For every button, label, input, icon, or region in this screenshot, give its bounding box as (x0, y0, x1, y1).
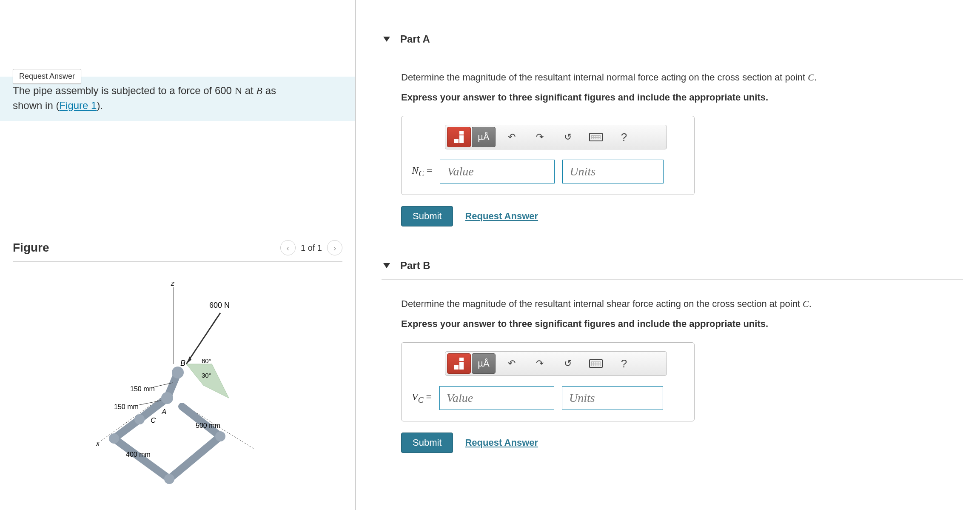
templates-icon[interactable] (447, 127, 471, 147)
dim-150a: 150 mm (130, 385, 155, 393)
part-a-equals: = (424, 165, 433, 176)
part-a-units-input[interactable] (562, 160, 664, 183)
keyboard-icon[interactable] (584, 353, 608, 374)
reset-icon[interactable]: ↺ (556, 353, 580, 374)
figure-svg: z x 600 N 60° 30° B (76, 279, 280, 500)
part-a-instruction: Express your answer to three significant… (401, 92, 963, 103)
figure-pager: ‹ 1 of 1 › (280, 240, 342, 255)
part-b-units-input[interactable] (562, 386, 663, 410)
part-b-instruction: Express your answer to three significant… (401, 318, 963, 329)
part-b-header[interactable]: Part B (382, 252, 963, 280)
units-picker-button[interactable]: µÅ (472, 127, 496, 147)
svg-line-10 (169, 436, 220, 479)
part-a-prompt-point: C (808, 72, 814, 83)
figure-link[interactable]: Figure 1 (59, 100, 97, 111)
problem-line-1b: at (242, 85, 256, 96)
axis-z-label: z (171, 280, 175, 287)
part-a-title: Part A (400, 33, 430, 45)
figure-section: Figure ‹ 1 of 1 › z x 600 N 60° (0, 240, 355, 500)
part-b-value-row: VC = (412, 386, 684, 410)
figure-prev-button[interactable]: ‹ (280, 240, 296, 255)
part-a-var-sub: C (419, 169, 424, 178)
problem-force-unit: N (235, 85, 242, 96)
part-a-var: N (412, 165, 419, 176)
help-icon[interactable]: ? (612, 127, 636, 147)
svg-point-13 (161, 392, 173, 404)
keyboard-icon[interactable] (584, 127, 608, 147)
svg-point-15 (109, 433, 119, 444)
figure-pager-text: 1 of 1 (301, 243, 322, 253)
part-b-prompt-pre: Determine the magnitude of the resultant… (401, 298, 803, 309)
problem-line-1a: The pipe assembly is subjected to a forc… (13, 85, 235, 96)
redo-icon[interactable]: ↷ (528, 127, 552, 147)
part-b-answer-block: µÅ ↶ ↷ ↺ ? VC = (401, 342, 695, 421)
dim-150b: 150 mm (114, 403, 139, 410)
svg-point-14 (134, 414, 145, 424)
part-a-value-input[interactable] (440, 160, 555, 183)
axis-x-label: x (96, 440, 100, 447)
problem-line-1c: as (262, 85, 276, 96)
part-a-header[interactable]: Part A (382, 26, 963, 53)
problem-line-2b: ). (97, 100, 103, 111)
redo-icon[interactable]: ↷ (528, 353, 552, 374)
undo-icon[interactable]: ↶ (500, 127, 524, 147)
problem-statement: Request Answer The pipe assembly is subj… (0, 77, 355, 121)
collapse-icon (383, 37, 390, 42)
svg-line-9 (114, 438, 169, 479)
left-pane: Request Answer The pipe assembly is subj… (0, 0, 355, 510)
part-b-value-input[interactable] (439, 386, 554, 410)
part-b-title: Part B (400, 260, 430, 272)
angle-60: 60° (202, 357, 211, 364)
figure-image: z x 600 N 60° 30° B (13, 279, 342, 500)
request-answer-button-top[interactable]: Request Answer (13, 69, 81, 84)
help-icon[interactable]: ? (612, 353, 636, 374)
collapse-icon (383, 263, 390, 268)
part-b: Part B Determine the magnitude of the re… (382, 252, 963, 453)
point-a: A (161, 408, 166, 416)
point-b: B (180, 359, 185, 367)
svg-point-12 (172, 367, 184, 378)
svg-line-11 (182, 407, 220, 436)
part-b-submit-button[interactable]: Submit (401, 433, 453, 453)
figure-next-button[interactable]: › (327, 240, 342, 255)
part-b-variable-label: VC = (412, 391, 432, 405)
part-b-prompt-point: C (803, 298, 809, 309)
problem-point-b: B (256, 85, 262, 96)
part-b-request-answer-link[interactable]: Request Answer (465, 437, 538, 448)
part-a-toolbar: µÅ ↶ ↷ ↺ ? (445, 125, 667, 149)
right-pane: Part A Determine the magnitude of the re… (356, 0, 980, 510)
templates-icon[interactable] (447, 353, 471, 374)
part-a-value-row: NC = (412, 160, 684, 183)
reset-icon[interactable]: ↺ (556, 127, 580, 147)
part-a-submit-button[interactable]: Submit (401, 206, 453, 226)
units-picker-button[interactable]: µÅ (472, 353, 496, 374)
problem-text: The pipe assembly is subjected to a forc… (13, 83, 342, 112)
part-b-var: V (412, 391, 418, 402)
svg-marker-5 (186, 364, 229, 398)
svg-line-3 (186, 313, 220, 364)
part-a-prompt-pre: Determine the magnitude of the resultant… (401, 72, 808, 83)
part-b-actions: Submit Request Answer (401, 433, 963, 453)
part-a-answer-block: µÅ ↶ ↷ ↺ ? NC = (401, 116, 695, 195)
angle-30: 30° (202, 372, 211, 379)
svg-point-16 (164, 474, 174, 484)
dim-400: 400 mm (126, 451, 151, 458)
dim-500: 500 mm (196, 422, 220, 429)
part-a-variable-label: NC = (412, 165, 432, 178)
part-a: Part A Determine the magnitude of the re… (382, 26, 963, 226)
svg-point-17 (215, 431, 225, 441)
part-b-prompt: Determine the magnitude of the resultant… (401, 297, 963, 311)
force-label: 600 N (209, 301, 230, 309)
part-a-actions: Submit Request Answer (401, 206, 963, 226)
part-a-prompt: Determine the magnitude of the resultant… (401, 70, 963, 84)
part-b-prompt-post: . (809, 298, 812, 309)
undo-icon[interactable]: ↶ (500, 353, 524, 374)
part-b-toolbar: µÅ ↶ ↷ ↺ ? (445, 351, 667, 376)
part-b-equals: = (423, 391, 432, 402)
figure-title: Figure (13, 241, 49, 255)
problem-line-2a: shown in ( (13, 100, 59, 111)
part-a-prompt-post: . (814, 72, 817, 83)
point-c: C (151, 416, 156, 424)
part-b-var-sub: C (418, 395, 424, 404)
part-a-request-answer-link[interactable]: Request Answer (465, 211, 538, 222)
